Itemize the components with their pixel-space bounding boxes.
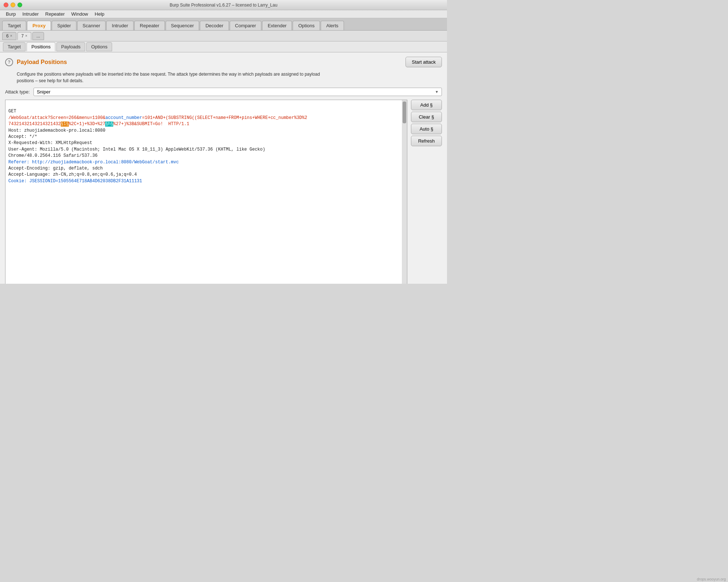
title-bar: Burp Suite Professional v1.6.27 – licens… — [0, 0, 447, 10]
subtab-6-label: 6 — [6, 33, 9, 39]
menu-window[interactable]: Window — [68, 11, 91, 17]
refresh-button[interactable]: Refresh — [411, 136, 442, 146]
section-tab-options[interactable]: Options — [86, 42, 112, 51]
tab-intruder[interactable]: Intruder — [106, 21, 134, 30]
subtab-7-label: 7 — [21, 33, 24, 39]
subtab-more[interactable]: ... — [32, 32, 44, 40]
tab-extender[interactable]: Extender — [262, 21, 292, 30]
tab-alerts[interactable]: Alerts — [321, 21, 344, 30]
auto-section-button[interactable]: Auto § — [411, 124, 442, 134]
section-tab-payloads[interactable]: Payloads — [56, 42, 85, 51]
tab-sequencer[interactable]: Sequencer — [166, 21, 199, 30]
minimize-button[interactable] — [11, 3, 15, 7]
attack-type-value: Sniper — [37, 89, 51, 95]
right-buttons: Add § Clear § Auto § Refresh — [411, 100, 442, 284]
subtab-6[interactable]: 6 × — [2, 32, 16, 40]
tab-repeater[interactable]: Repeater — [134, 21, 165, 30]
add-section-button[interactable]: Add § — [411, 100, 442, 110]
attack-type-row: Attack type: Sniper ▼ — [5, 88, 442, 96]
editor-container: GET /WebGoat/attack?Screen=266&menu=1100… — [5, 100, 442, 284]
section-title: Payload Positions — [17, 59, 67, 65]
section-tab-target[interactable]: Target — [3, 42, 25, 51]
window-controls[interactable] — [4, 3, 22, 7]
chevron-down-icon: ▼ — [435, 90, 439, 94]
menu-burp[interactable]: Burp — [3, 11, 19, 17]
editor-scrollbar[interactable] — [402, 100, 407, 284]
tab-proxy[interactable]: Proxy — [27, 21, 51, 30]
main-tab-bar: Target Proxy Spider Scanner Intruder Rep… — [0, 18, 447, 31]
subtab-bar: 6 × 7 × ... — [0, 31, 447, 41]
subtab-7[interactable]: 7 × — [17, 32, 32, 40]
section-tab-bar: Target Positions Payloads Options — [0, 41, 447, 52]
menu-intruder[interactable]: Intruder — [19, 11, 41, 17]
tab-spider[interactable]: Spider — [52, 21, 76, 30]
attack-type-select[interactable]: Sniper ▼ — [33, 88, 442, 96]
header-row: ? Payload Positions Start attack — [5, 57, 442, 67]
editor-wrapper: GET /WebGoat/attack?Screen=266&menu=1100… — [5, 100, 407, 284]
tab-comparer[interactable]: Comparer — [230, 21, 262, 30]
menu-help[interactable]: Help — [92, 11, 107, 17]
request-line-get: GET /WebGoat/attack?Screen=266&menu=1100… — [8, 109, 307, 183]
tab-options[interactable]: Options — [293, 21, 320, 30]
window-title: Burp Suite Professional v1.6.27 – licens… — [170, 3, 277, 8]
attack-type-label: Attack type: — [5, 89, 30, 95]
tab-target[interactable]: Target — [2, 21, 26, 30]
start-attack-button[interactable]: Start attack — [405, 57, 442, 67]
tab-decoder[interactable]: Decoder — [200, 21, 229, 30]
menu-bar: Burp Intruder Repeater Window Help — [0, 10, 447, 18]
menu-repeater[interactable]: Repeater — [42, 11, 67, 17]
tab-scanner[interactable]: Scanner — [77, 21, 106, 30]
maximize-button[interactable] — [17, 3, 22, 7]
scrollbar-thumb[interactable] — [403, 101, 406, 123]
close-button[interactable] — [4, 3, 8, 7]
description-text: Configure the positions where payloads w… — [17, 71, 442, 84]
request-editor[interactable]: GET /WebGoat/attack?Screen=266&menu=1100… — [5, 100, 407, 284]
subtab-7-close[interactable]: × — [25, 34, 27, 38]
header-left: ? Payload Positions — [5, 58, 67, 66]
help-icon[interactable]: ? — [5, 58, 13, 66]
section-tab-positions[interactable]: Positions — [27, 42, 55, 51]
clear-section-button[interactable]: Clear § — [411, 112, 442, 122]
content-area: ? Payload Positions Start attack Configu… — [0, 52, 447, 284]
subtab-6-close[interactable]: × — [10, 34, 12, 38]
